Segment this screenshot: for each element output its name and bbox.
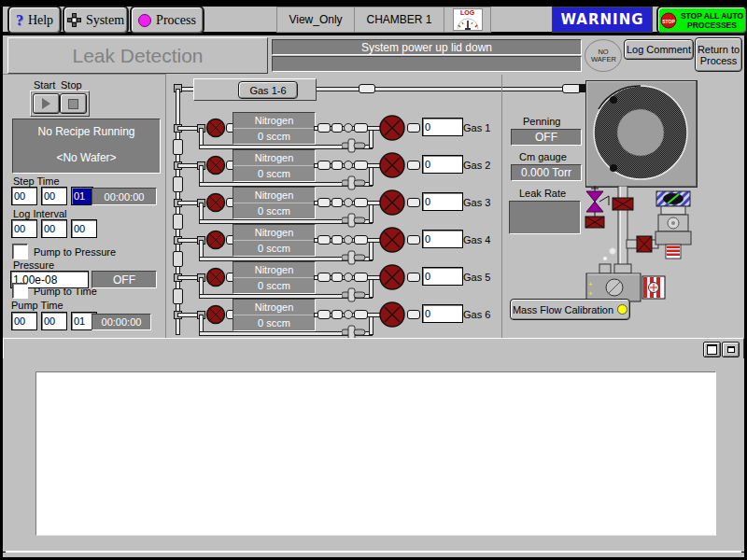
log-interval-minutes[interactable]: [41, 219, 67, 238]
pump-to-pressure-checkbox[interactable]: [12, 244, 28, 259]
gas-main-valve-icon[interactable]: [378, 263, 406, 291]
log-interval-seconds[interactable]: [71, 219, 97, 238]
gas-inlet-valve-icon[interactable]: [205, 155, 226, 175]
start-label: Start: [34, 79, 55, 91]
cm-gauge-display: 0.000 Torr: [511, 164, 582, 181]
svg-text:+: +: [588, 280, 593, 288]
pipe-orifice: [344, 198, 353, 207]
vent-isolation-valve-icon: [585, 217, 604, 228]
gas-setpoint-field[interactable]: [422, 192, 463, 211]
pump-to-pressure-label: Pump to Pressure: [34, 246, 116, 258]
gas-inlet-valve-icon[interactable]: [205, 304, 226, 325]
pipe-fitting: [562, 84, 581, 93]
pipe-fitting: [317, 273, 331, 282]
gas-inlet-valve-icon[interactable]: [205, 118, 226, 138]
maximize-button[interactable]: [703, 342, 721, 357]
log-comment-button[interactable]: Log Comment: [624, 39, 694, 60]
gas-setpoint-field[interactable]: [422, 304, 463, 323]
svg-text:+: +: [588, 289, 593, 298]
pipe-fitting: [331, 123, 343, 133]
gas-1-6-button[interactable]: Gas 1-6: [238, 81, 298, 99]
window-frame-bottom: [3, 553, 744, 557]
stop-label: Stop: [61, 79, 82, 91]
gas-setpoint-field[interactable]: [422, 118, 463, 136]
penning-display: OFF: [511, 129, 582, 146]
pipe-fitting: [331, 235, 343, 245]
pipe-fitting: [354, 273, 368, 282]
help-button[interactable]: ? Help: [7, 6, 62, 35]
vent-valve-icon: [586, 186, 609, 217]
gas-label: Gas 1: [463, 122, 490, 133]
pressure-state-display: OFF: [92, 271, 157, 288]
pipe-fitting: [354, 161, 368, 170]
pipe-fitting: [354, 123, 368, 133]
process-icon: [138, 14, 151, 27]
log-window-bar: [3, 338, 744, 360]
return-to-process-button[interactable]: Return to Process: [695, 37, 742, 72]
pump-to-time-label: Pump to Time: [34, 286, 97, 297]
pipe-fitting: [317, 123, 331, 133]
gas-label: Gas 4: [463, 234, 490, 245]
pressure-label: Pressure: [13, 259, 54, 271]
pipe-isolation-valve-icon: [613, 198, 633, 210]
process-button[interactable]: Process: [130, 6, 204, 35]
log-comment-label: Log Comment: [627, 44, 691, 55]
pipe-fitting: [331, 198, 343, 207]
step-time-seconds[interactable]: [71, 187, 93, 205]
step-time-hours[interactable]: [11, 187, 37, 205]
gas-main-valve-icon[interactable]: [378, 226, 406, 254]
mass-flow-calibration-button[interactable]: Mass Flow Calibration: [510, 299, 630, 320]
stop-all-button[interactable]: STOP STOP ALL AUTO PROCESSES: [656, 6, 747, 35]
gas-main-valve-icon[interactable]: [378, 301, 406, 329]
pump-time-minutes[interactable]: [41, 312, 67, 330]
turbo-pump-graphic: [655, 191, 691, 259]
log-interval-hours[interactable]: [11, 219, 37, 238]
gas-inlet-valve-icon[interactable]: [205, 230, 226, 250]
gas-setpoint-field[interactable]: [422, 230, 463, 248]
pipe-fitting: [317, 161, 331, 170]
gas-name-box: Nitrogen 0 sccm: [233, 299, 316, 331]
start-button[interactable]: [33, 93, 60, 114]
help-label: Help: [28, 13, 53, 28]
pump-motor-graphic: [642, 276, 665, 299]
step-time-minutes[interactable]: [41, 187, 67, 205]
pump-to-time-checkbox[interactable]: [12, 283, 28, 299]
gas-setpoint-field[interactable]: [422, 267, 463, 286]
pipe-orifice: [344, 161, 353, 170]
pump-time-hours[interactable]: [11, 312, 37, 330]
log-gauge-label: LOG: [454, 9, 482, 17]
message-line-1: System power up lid down: [272, 39, 582, 55]
stop-button[interactable]: [60, 93, 87, 114]
pipe-fitting: [407, 198, 420, 207]
gas-main-valve-icon[interactable]: [378, 114, 406, 142]
pipe-fitting: [317, 310, 331, 319]
stop-icon: [68, 99, 78, 109]
gas-name-box: Nitrogen 0 sccm: [233, 261, 316, 294]
return-to-process-label: Return to Process: [696, 44, 741, 66]
restore-icon: [727, 346, 735, 353]
log-content-area[interactable]: [35, 371, 716, 536]
gas-flow: 0 sccm: [233, 203, 315, 218]
warning-banner: WARNING: [552, 7, 653, 33]
gas-setpoint-field[interactable]: [422, 155, 463, 174]
view-only-label: View_Only: [277, 7, 355, 32]
gas-name: Nitrogen: [233, 300, 315, 315]
mass-flow-calibration-label: Mass Flow Calibration: [513, 304, 613, 315]
log-gauge[interactable]: LOG: [444, 7, 490, 32]
start-stop-group: [30, 91, 90, 117]
restore-button[interactable]: [722, 342, 740, 357]
pump-inlet-elbow: [614, 264, 631, 273]
system-button[interactable]: System: [63, 6, 129, 35]
gas-label: Gas 3: [463, 197, 490, 208]
pipe-fitting: [407, 310, 420, 319]
gas-inlet-valve-icon[interactable]: [205, 267, 226, 287]
gas-main-valve-icon[interactable]: [378, 151, 406, 179]
pump-time-display: 00:00:00: [92, 314, 151, 330]
chamber-label: CHAMBER 1: [355, 7, 444, 32]
gas-flow: 0 sccm: [233, 241, 315, 256]
message-panel: System power up lid down: [272, 37, 582, 72]
no-wafer-indicator: NO WAFER: [585, 39, 622, 72]
gas-inlet-valve-icon[interactable]: [205, 192, 226, 213]
gas-main-valve-icon[interactable]: [378, 189, 406, 217]
gas-label: Gas 5: [463, 272, 490, 283]
